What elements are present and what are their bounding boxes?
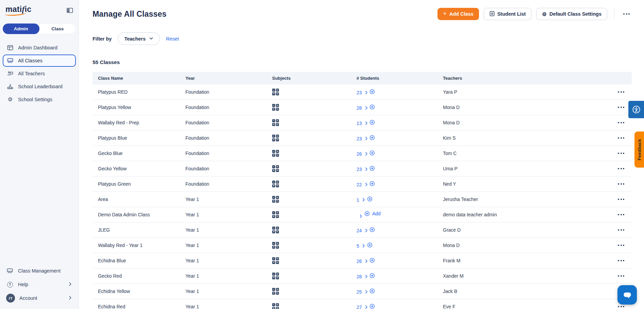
students-count-link[interactable]	[357, 214, 363, 218]
tab-class[interactable]: Class	[39, 24, 76, 34]
students-count: 5	[357, 243, 359, 249]
classes-icon	[7, 58, 14, 64]
students-count-link[interactable]: 5	[357, 243, 366, 249]
add-students-link[interactable]	[369, 181, 377, 186]
chevron-right-icon	[364, 106, 368, 110]
add-students-link[interactable]	[369, 288, 377, 294]
sidebar-item-all-teachers[interactable]: All Teachers	[3, 67, 76, 80]
row-actions-button[interactable]	[616, 243, 626, 248]
students-count-link[interactable]: 1	[357, 197, 366, 203]
cell-subjects: −+×=	[272, 288, 357, 295]
accessibility-button[interactable]	[628, 101, 644, 118]
students-count-link[interactable]: 27	[357, 305, 368, 309]
students-count-link[interactable]: 26	[357, 151, 368, 157]
cell-teacher: Mona D	[443, 105, 607, 110]
students-count-link[interactable]: 28	[357, 274, 368, 279]
reset-filter-link[interactable]: Reset	[166, 36, 179, 42]
sidebar-item-admin-dashboard[interactable]: Admin Dashboard	[3, 42, 76, 54]
class-management-icon	[6, 268, 14, 274]
add-students-link[interactable]	[367, 196, 375, 202]
row-actions-button[interactable]	[616, 258, 626, 263]
students-count-link[interactable]: 13	[357, 121, 368, 126]
table-row: JLEG Year 1 −+×= 24 Grace D	[93, 222, 632, 238]
cell-teacher: Uma P	[443, 166, 607, 171]
leaderboard-icon	[7, 83, 14, 90]
students-count-link[interactable]: 28	[357, 105, 368, 111]
students-count-link[interactable]: 25	[357, 289, 368, 295]
add-students-link[interactable]	[369, 120, 377, 125]
gear-icon: ⚙	[542, 12, 546, 17]
add-students-link[interactable]	[369, 258, 377, 263]
feedback-tab[interactable]: Feedback	[634, 132, 644, 168]
row-actions-button[interactable]	[616, 273, 626, 279]
cell-class-name: Wallaby Red - Year 1	[98, 243, 185, 248]
more-actions-button[interactable]	[621, 11, 632, 17]
row-actions-button[interactable]	[616, 304, 626, 309]
students-count-link[interactable]: 26	[357, 259, 368, 264]
sidebar-item-account[interactable]: JT Account	[0, 291, 79, 305]
cell-subjects: −+×=	[272, 303, 357, 309]
add-students-link[interactable]	[369, 227, 377, 232]
add-students-link[interactable]	[369, 104, 377, 110]
cell-year: Foundation	[185, 105, 272, 110]
divider	[614, 9, 614, 19]
row-actions-button[interactable]	[616, 151, 626, 156]
table-row: Gecko Blue Foundation −+×= 26 Tom C	[93, 146, 632, 161]
row-actions-button[interactable]	[616, 166, 626, 171]
students-count-link[interactable]: 24	[357, 228, 368, 233]
row-actions-button[interactable]	[616, 89, 626, 95]
row-actions-button[interactable]	[616, 135, 626, 141]
matific-logo[interactable]: matific	[5, 5, 31, 14]
sidebar-item-school-settings[interactable]: ⚙ School Settings	[3, 93, 76, 106]
math-operations-icon: −+×=	[272, 273, 357, 279]
add-students-link[interactable]	[367, 242, 375, 248]
help-icon: ?	[6, 282, 14, 288]
students-count: 13	[357, 121, 362, 126]
cell-teacher: Grace D	[443, 227, 607, 233]
row-actions-button[interactable]	[616, 181, 626, 187]
cell-class-name: Wallaby Red - Prep	[98, 120, 185, 125]
row-actions-button[interactable]	[616, 227, 626, 233]
chevron-right-icon	[364, 290, 368, 294]
add-students-link[interactable]	[369, 273, 377, 278]
cell-class-name: Platypus Yellow	[98, 105, 185, 110]
row-actions-button[interactable]	[616, 197, 626, 202]
student-list-button[interactable]: Student List	[484, 8, 532, 20]
cell-year: Foundation	[185, 120, 272, 125]
add-students-link[interactable]: Add	[364, 211, 381, 216]
teachers-filter-dropdown[interactable]: Teachers	[118, 32, 160, 45]
row-actions-button[interactable]	[616, 212, 626, 217]
page-title: Manage All Classes	[93, 10, 167, 19]
cell-class-name: Echidna Yellow	[98, 289, 185, 294]
students-count-link[interactable]: 23	[357, 167, 368, 172]
students-count-link[interactable]: 23	[357, 90, 368, 95]
default-class-settings-button[interactable]: ⚙ Default Class Settings	[536, 8, 607, 20]
students-count-link[interactable]: 23	[357, 136, 368, 141]
tab-admin[interactable]: Admin	[3, 24, 39, 34]
cell-class-name: Area	[98, 197, 185, 202]
row-actions-button[interactable]	[616, 120, 626, 125]
add-students-link[interactable]	[369, 304, 377, 309]
add-students-link[interactable]	[369, 89, 377, 94]
cell-year: Foundation	[185, 89, 272, 95]
add-class-button[interactable]: + Add Class	[437, 8, 479, 20]
cell-class-name: Demo Data Admin Class	[98, 212, 185, 217]
row-actions-button[interactable]	[616, 105, 626, 110]
students-count: 23	[357, 167, 362, 172]
cell-teacher: Xander M	[443, 273, 607, 279]
chat-button[interactable]	[617, 285, 637, 305]
add-students-link[interactable]	[369, 166, 377, 171]
students-count-link[interactable]: 22	[357, 182, 368, 187]
add-students-link[interactable]	[369, 135, 377, 140]
table-row: Area Year 1 −+×= 1 Jerusha Teacher	[93, 192, 632, 207]
circle-plus-icon	[369, 120, 375, 125]
sidebar-item-class-management[interactable]: Class Management	[0, 264, 79, 278]
cell-subjects: −+×=	[272, 89, 357, 95]
add-students-link[interactable]	[369, 150, 377, 156]
sidebar-item-all-classes[interactable]: All Classes	[3, 55, 76, 67]
math-operations-icon: −+×=	[272, 257, 357, 264]
sidebar-item-help[interactable]: ? Help	[0, 278, 79, 291]
circle-plus-icon	[364, 211, 370, 216]
sidebar-collapse-icon[interactable]	[67, 7, 73, 15]
sidebar-item-school-leaderboard[interactable]: School Leaderboard	[3, 80, 76, 93]
